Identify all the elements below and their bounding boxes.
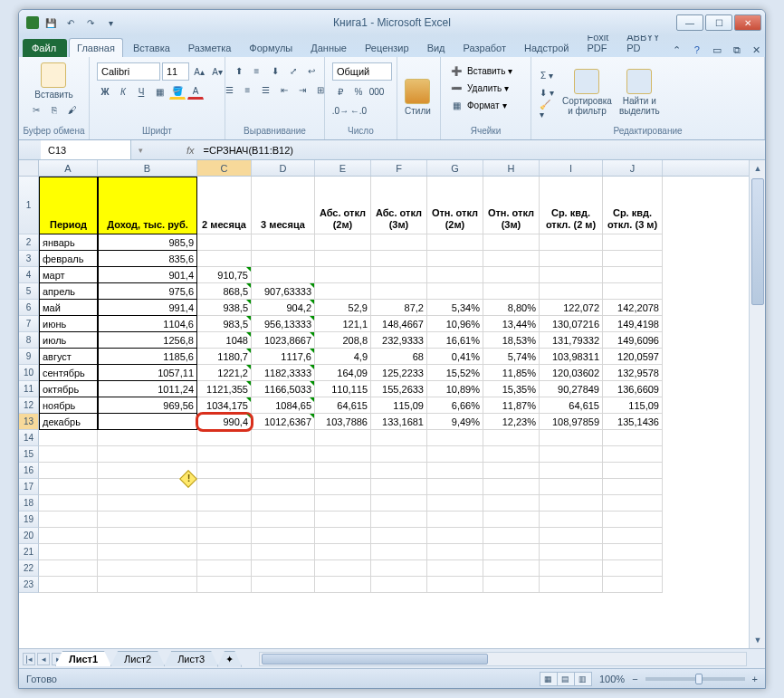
cell-I2[interactable] xyxy=(540,234,603,251)
cell-A13[interactable]: декабрь xyxy=(39,414,98,430)
cell-G7[interactable]: 10,96% xyxy=(427,316,483,332)
cell-A9[interactable]: август xyxy=(39,349,98,365)
cell-H4[interactable] xyxy=(483,267,540,283)
cell-F2[interactable] xyxy=(371,234,427,251)
cell-B22[interactable] xyxy=(98,560,197,577)
undo-icon[interactable]: ↶ xyxy=(62,14,79,31)
header-cell[interactable]: Отн. откл (2м) xyxy=(427,177,483,234)
paste-button[interactable]: Вставить xyxy=(34,62,72,100)
row-header-1[interactable]: 1 xyxy=(19,177,39,234)
header-cell[interactable]: Абс. откл (2м) xyxy=(315,177,371,234)
cell-F22[interactable] xyxy=(371,560,427,577)
cell-A15[interactable] xyxy=(39,446,98,463)
tab-home[interactable]: Главная xyxy=(69,38,123,57)
cell-G23[interactable] xyxy=(427,577,483,593)
cell-H20[interactable] xyxy=(483,528,540,544)
cell-D2[interactable] xyxy=(252,234,315,251)
row-header-13[interactable]: 13 xyxy=(19,414,39,430)
scroll-up-icon[interactable]: ▲ xyxy=(750,160,765,177)
cell-E7[interactable]: 121,1 xyxy=(315,316,371,332)
cell-E3[interactable] xyxy=(315,251,371,267)
cell-B3[interactable]: 835,6 xyxy=(98,251,197,267)
tab-data[interactable]: Данные xyxy=(302,38,355,57)
cell-F6[interactable]: 87,2 xyxy=(371,300,427,316)
cell-A17[interactable] xyxy=(39,479,98,495)
cell-E9[interactable]: 4,9 xyxy=(315,349,371,365)
cell-H11[interactable]: 15,35% xyxy=(483,381,540,397)
cell-G15[interactable] xyxy=(427,446,483,463)
cell-D19[interactable] xyxy=(252,512,315,528)
cell-D18[interactable] xyxy=(252,495,315,512)
cell-E11[interactable]: 110,115 xyxy=(315,381,371,397)
cell-F10[interactable]: 125,2233 xyxy=(371,365,427,381)
border-icon[interactable]: ▦ xyxy=(151,83,167,100)
vertical-scrollbar[interactable]: ▲ ▼ xyxy=(749,160,765,648)
cell-J16[interactable] xyxy=(603,463,663,479)
zoom-in-icon[interactable]: + xyxy=(752,674,758,684)
cell-D12[interactable]: 1084,65 xyxy=(252,397,315,414)
cell-H3[interactable] xyxy=(483,251,540,267)
redo-icon[interactable]: ↷ xyxy=(82,14,99,31)
cell-D22[interactable] xyxy=(252,560,315,577)
tab-addins[interactable]: Надстрой xyxy=(516,38,577,57)
cell-H18[interactable] xyxy=(483,495,540,512)
cell-H14[interactable] xyxy=(483,430,540,446)
align-right-icon[interactable]: ☰ xyxy=(258,81,274,98)
cell-I15[interactable] xyxy=(540,446,603,463)
cell-H21[interactable] xyxy=(483,544,540,560)
cell-G6[interactable]: 5,34% xyxy=(427,300,483,316)
cell-D7[interactable]: 956,13333 xyxy=(252,316,315,332)
cell-E16[interactable] xyxy=(315,463,371,479)
cell-C23[interactable] xyxy=(197,577,252,593)
cell-D11[interactable]: 1166,5033 xyxy=(252,381,315,397)
row-header-8[interactable]: 8 xyxy=(19,332,39,349)
sheet-tab-1[interactable]: Лист1 xyxy=(55,651,111,666)
cell-H6[interactable]: 8,80% xyxy=(483,300,540,316)
cell-F5[interactable] xyxy=(371,283,427,300)
fill-color-icon[interactable]: 🪣 xyxy=(169,83,186,100)
cell-D16[interactable] xyxy=(252,463,315,479)
cell-D10[interactable]: 1182,3333 xyxy=(252,365,315,381)
cell-E8[interactable]: 208,8 xyxy=(315,332,371,349)
decrease-indent-icon[interactable]: ⇤ xyxy=(276,81,292,98)
cell-G10[interactable]: 15,52% xyxy=(427,365,483,381)
format-cells-button[interactable]: ▦Формат ▾ xyxy=(448,97,507,113)
cell-C6[interactable]: 938,5 xyxy=(197,300,252,316)
cell-A6[interactable]: май xyxy=(39,300,98,316)
sheet-tab-3[interactable]: Лист3 xyxy=(164,651,218,666)
wrap-text-icon[interactable]: ↩ xyxy=(303,62,320,79)
cell-E22[interactable] xyxy=(315,560,371,577)
cell-A10[interactable]: сентябрь xyxy=(39,365,98,381)
cell-F15[interactable] xyxy=(371,446,427,463)
header-cell[interactable]: Период xyxy=(39,177,98,234)
cell-B8[interactable]: 1256,8 xyxy=(98,332,197,349)
cell-C12[interactable]: 1034,175 xyxy=(197,397,252,414)
header-cell[interactable]: Ср. квд. откл. (2 м) xyxy=(540,177,603,234)
col-header-c[interactable]: C xyxy=(197,160,252,176)
zoom-level[interactable]: 100% xyxy=(599,674,625,684)
cell-I11[interactable]: 90,27849 xyxy=(540,381,603,397)
cell-B11[interactable]: 1011,24 xyxy=(98,381,197,397)
cell-E19[interactable] xyxy=(315,512,371,528)
cell-D5[interactable]: 907,63333 xyxy=(252,283,315,300)
cut-icon[interactable]: ✂ xyxy=(28,101,44,118)
cell-H22[interactable] xyxy=(483,560,540,577)
header-cell[interactable]: Абс. откл (3м) xyxy=(371,177,427,234)
row-header-21[interactable]: 21 xyxy=(19,544,39,560)
col-header-a[interactable]: A xyxy=(39,160,98,176)
cell-D20[interactable] xyxy=(252,528,315,544)
cell-D23[interactable] xyxy=(252,577,315,593)
cell-F16[interactable] xyxy=(371,463,427,479)
cell-J10[interactable]: 132,9578 xyxy=(603,365,663,381)
cell-I22[interactable] xyxy=(540,560,603,577)
cell-I23[interactable] xyxy=(540,577,603,593)
row-header-2[interactable]: 2 xyxy=(19,234,39,251)
cell-B21[interactable] xyxy=(98,544,197,560)
cell-B4[interactable]: 901,4 xyxy=(98,267,197,283)
cell-J8[interactable]: 149,6096 xyxy=(603,332,663,349)
cell-H19[interactable] xyxy=(483,512,540,528)
cell-J22[interactable] xyxy=(603,560,663,577)
cell-J21[interactable] xyxy=(603,544,663,560)
cell-E6[interactable]: 52,9 xyxy=(315,300,371,316)
cell-J20[interactable] xyxy=(603,528,663,544)
